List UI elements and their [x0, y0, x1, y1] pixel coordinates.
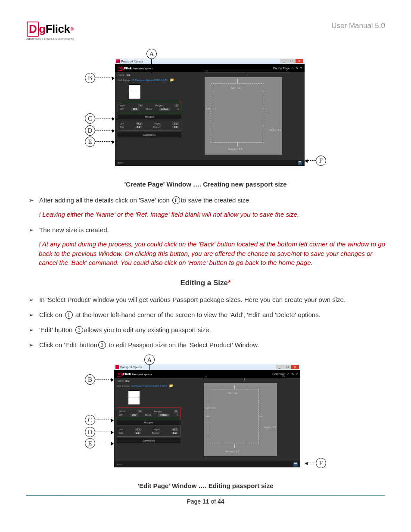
units-select[interactable]: inches	[158, 414, 169, 417]
help-icon[interactable]: ?	[296, 372, 298, 376]
maximize-button[interactable]: ☐	[283, 365, 291, 369]
manual-title: User Manual 5.0	[331, 22, 385, 30]
height-label: Height	[155, 104, 162, 107]
name-input[interactable]: 4x2	[126, 74, 131, 76]
inline-callout-3: 3	[75, 326, 83, 334]
lock-icon[interactable]: ⇅	[176, 414, 178, 417]
back-button[interactable]: ⟸	[117, 462, 122, 467]
app-icon	[115, 365, 119, 369]
height-label: Height	[154, 410, 162, 413]
titlebar: Passport Xpress _ ☐ ✕	[114, 364, 300, 370]
margin-right-input[interactable]: 0.2	[172, 122, 179, 125]
browse-icon[interactable]: 📁	[169, 384, 173, 388]
margin-top-input[interactable]: 0.2	[134, 432, 141, 434]
margin-bottom-label: Bottom	[153, 126, 161, 128]
preview-area: 0.0 3.0 Top : 0.2 Left : 0.2 Right : 0.2…	[192, 380, 297, 459]
comments-header[interactable]: Comments	[118, 132, 181, 137]
name-label: Name	[117, 380, 124, 382]
page-preview: Top : 0.2 Left : 0.2 Right : 0.2 Bottom …	[204, 383, 277, 456]
margin-bottom-preview: Bottom : 0.2	[225, 450, 239, 453]
width-input[interactable]: 3	[137, 410, 142, 413]
home-icon[interactable]: ⌂	[287, 372, 290, 376]
bullet-marker-icon: ➢	[28, 310, 34, 319]
dpi-input[interactable]: 300	[131, 108, 139, 111]
refimage-path[interactable]: C:/PassportXpress/PRO 4.0/Th	[132, 79, 168, 81]
callout-c2: C	[85, 415, 95, 425]
margin-right-label: Right	[155, 122, 161, 125]
margins-box: Left0.2Right0.2 Top0.2Bottom0.2	[117, 426, 181, 437]
margin-top-input[interactable]: 0.2	[135, 126, 142, 128]
figure-create-page: A B C D E F Passport Xpress _ ☐ ✕ DgFlic…	[85, 49, 326, 178]
app-logo: DgFlickPassport xpress	[118, 66, 153, 70]
lock-icon[interactable]: ⇅	[177, 108, 179, 111]
section-heading: Editing a Size*	[26, 279, 385, 287]
units-select[interactable]: inches	[159, 108, 170, 111]
minimize-button[interactable]: _	[280, 59, 288, 63]
help-icon[interactable]: ?	[300, 66, 302, 70]
margin-top-preview: Top : 0.2	[227, 392, 237, 394]
app-window-create: Passport Xpress _ ☐ ✕ DgFlickPassport xp…	[115, 58, 305, 166]
dpi-input[interactable]: 300	[131, 414, 138, 417]
figure-edit-page: A B C D E F Passport Xpress _ ☐ ✕ DgFlic…	[85, 355, 326, 479]
margin-guide	[211, 83, 264, 143]
save-icon[interactable]	[298, 161, 302, 165]
callout-b2: B	[85, 374, 95, 385]
dimensions-box: Width4Height2 DPI300Unitsinches⇅	[118, 102, 181, 113]
name-label: Name	[118, 74, 125, 76]
app-topbar: DgFlickPassport xpress Edit Page ⌂ ✎ ?	[114, 370, 300, 378]
margin-guide	[210, 389, 259, 444]
inline-callout-3b: 3	[98, 341, 106, 349]
warning-text: ! At any point during the process, you c…	[39, 240, 385, 268]
height-input[interactable]: 2	[174, 410, 178, 413]
callout-b: B	[85, 73, 95, 83]
margin-left-input[interactable]: 0.2	[136, 122, 143, 125]
margin-left-preview: Left : 0.2	[206, 107, 216, 110]
margins-header: Margins	[118, 115, 181, 119]
page-preview: Top : 0.2 Left : 0.2 Right : 0.2 Bottom …	[205, 77, 282, 155]
inline-callout-f: F	[172, 196, 180, 204]
minimize-button[interactable]: _	[276, 365, 283, 369]
margin-right-preview: Right : 0.2	[270, 129, 281, 131]
close-button[interactable]: ✕	[296, 59, 303, 63]
back-button[interactable]: ⟸	[118, 161, 123, 165]
callout-f2: F	[316, 458, 326, 468]
margin-left-label: Left	[120, 122, 124, 125]
bullet-text: allows you to edit any existing passport…	[84, 326, 211, 333]
margin-left-input[interactable]: 0.2	[135, 428, 142, 431]
ruler-horizontal: 0.0 3.0	[204, 378, 285, 380]
close-button[interactable]: ✕	[291, 365, 299, 369]
settings-icon[interactable]: ✎	[291, 372, 294, 376]
margin-bottom-input[interactable]: 0.2	[171, 432, 178, 434]
save-icon[interactable]	[293, 462, 298, 467]
bullet-marker-icon: ➢	[28, 225, 34, 234]
inline-callout-1: 1	[65, 311, 73, 319]
margin-right-input[interactable]: 0.2	[171, 428, 178, 431]
app-icon	[116, 59, 120, 63]
name-input[interactable]: 3x2	[125, 380, 130, 382]
bullet-text: to edit Passport size on the 'Select Pro…	[107, 341, 259, 348]
refimage-path[interactable]: C:/PassportXpress/PRO 4.0/Th	[131, 385, 167, 387]
callout-f: F	[316, 156, 326, 166]
width-input[interactable]: 4	[138, 104, 143, 107]
bullet-text: The new size is created.	[39, 225, 385, 234]
logo-block: DgFlick® Digital World For Still & Motio…	[26, 22, 74, 40]
comments-header[interactable]: Comments	[117, 438, 181, 443]
page-header: DgFlick® Digital World For Still & Motio…	[26, 22, 385, 40]
browse-icon[interactable]: 📁	[170, 78, 174, 82]
margin-left-preview: Left : 0.2	[206, 407, 215, 409]
maximize-button[interactable]: ☐	[288, 59, 296, 63]
logo-tagline: Digital World For Still & Motion Imaging	[26, 37, 74, 40]
window-title: Passport Xpress	[121, 60, 143, 63]
refimage-label: Ref. Image	[117, 385, 129, 387]
bullet-item: ➢In 'Select Product' window you will get…	[28, 295, 385, 304]
height-input[interactable]: 2	[174, 104, 179, 107]
dpi-label: DPI	[120, 108, 124, 111]
settings-icon[interactable]: ✎	[296, 66, 299, 70]
preview-area: 0.0 4.0 Top : 0.2 Left : 0.2 Right : 0.2…	[193, 74, 301, 157]
home-icon[interactable]: ⌂	[292, 66, 294, 70]
margin-bottom-input[interactable]: 0.2	[172, 126, 179, 128]
dimensions-box: Width3Height2 DPI300Unitsinches⇅	[117, 408, 181, 419]
bullet-item: ➢ The new size is created.	[28, 225, 385, 234]
ruler-horizontal: 0.0 4.0	[205, 72, 289, 75]
bullet-marker-icon: ➢	[28, 340, 34, 349]
